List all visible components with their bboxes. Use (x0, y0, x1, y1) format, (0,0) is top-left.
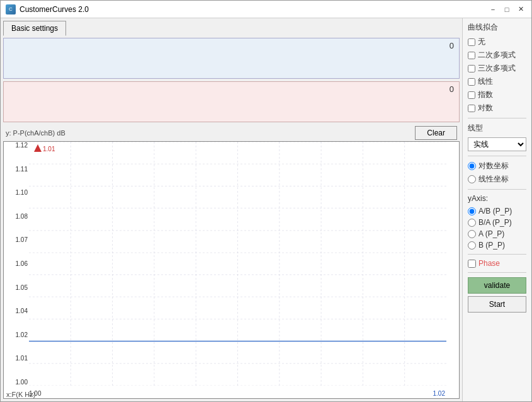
checkbox-cubic-label: 三次多项式 (478, 63, 516, 74)
y-label-10: 1.00 (16, 379, 28, 386)
y-label-6: 1.05 (16, 284, 28, 291)
y-label-0: 1.12 (16, 142, 28, 149)
radio-b-input[interactable] (468, 241, 476, 250)
tab-basic-settings[interactable]: Basic settings (3, 21, 66, 36)
checkbox-exp: 指数 (468, 89, 526, 100)
title-bar: C CustomerCurves 2.0 − □ ✕ (1, 1, 531, 18)
divider-4 (468, 254, 526, 255)
maximize-button[interactable]: □ (501, 4, 512, 14)
radio-a-input[interactable] (468, 230, 476, 238)
line-type-select[interactable]: 实线 虚线 点线 (468, 137, 526, 151)
radio-log-coord-label: 对数坐标 (478, 161, 509, 171)
checkbox-none: 无 (468, 37, 526, 47)
divider-3 (468, 189, 526, 190)
yaxis-title: yAxis: (468, 194, 526, 203)
main-panel: Basic settings 0 0 y: P-P(chA/chB) dB Cl… (1, 18, 462, 401)
minimize-button[interactable]: − (487, 4, 499, 14)
chart-svg: 1.01 (29, 142, 446, 386)
phase-checkbox: Phase (468, 259, 526, 268)
checkbox-quadratic-label: 二次多项式 (478, 50, 516, 60)
checkbox-exp-input[interactable] (468, 91, 475, 99)
chart-container: y: P-P(chA/chB) dB Clear 1.12 1.11 1.10 … (3, 125, 460, 399)
svg-text:1.01: 1.01 (43, 146, 55, 152)
radio-log-coord: 对数坐标 (468, 161, 526, 171)
y-label-2: 1.10 (16, 189, 28, 196)
content-area: Basic settings 0 0 y: P-P(chA/chB) dB Cl… (1, 18, 531, 401)
chart-inner: 1.01 (29, 142, 446, 386)
radio-ab: A/B (P_P) (468, 207, 526, 215)
radio-log-coord-input[interactable] (468, 162, 476, 170)
radio-ab-label: A/B (P_P) (478, 207, 512, 215)
y-axis-labels: 1.12 1.11 1.10 1.08 1.07 1.06 1.05 1.04 … (4, 142, 29, 386)
bottom-display: 0 (3, 81, 460, 122)
chart-header: y: P-P(chA/chB) dB Clear (3, 125, 460, 141)
tab-bar: Basic settings (3, 21, 460, 35)
radio-ab-input[interactable] (468, 207, 476, 215)
y-label-9: 1.01 (16, 355, 28, 362)
y-label-7: 1.04 (16, 307, 28, 314)
bottom-display-value: 0 (450, 84, 454, 94)
checkbox-quadratic-input[interactable] (468, 52, 475, 59)
y-label-8: 1.02 (16, 331, 28, 338)
checkbox-none-label: 无 (478, 37, 485, 47)
radio-linear-coord: 线性坐标 (468, 174, 526, 185)
chart-ylabel: y: P-P(chA/chB) dB (6, 129, 65, 137)
checkbox-linear-input[interactable] (468, 78, 475, 86)
right-panel: 曲线拟合 无 二次多项式 三次多项式 线性 指数 (462, 18, 531, 401)
divider-5 (468, 272, 526, 273)
y-label-3: 1.08 (16, 213, 28, 220)
checkbox-log: 对数 (468, 103, 526, 113)
y-label-1: 1.11 (16, 166, 28, 173)
checkbox-log-input[interactable] (468, 105, 475, 112)
top-marker (34, 144, 42, 152)
clear-button[interactable]: Clear (415, 126, 457, 140)
radio-ba-label: B/A (P_P) (478, 218, 512, 227)
checkbox-log-label: 对数 (478, 103, 493, 113)
close-button[interactable]: ✕ (515, 4, 526, 14)
radio-a: A (P_P) (468, 229, 526, 238)
start-button[interactable]: Start (468, 296, 526, 313)
y-label-4: 1.07 (16, 236, 28, 243)
radio-b: B (P_P) (468, 241, 526, 250)
checkbox-cubic-input[interactable] (468, 65, 475, 72)
radio-ba-input[interactable] (468, 219, 476, 227)
checkbox-none-input[interactable] (468, 38, 475, 46)
phase-label: Phase (478, 259, 500, 268)
line-type-title: 线型 (468, 123, 526, 134)
checkbox-exp-label: 指数 (478, 89, 493, 100)
app-icon: C (6, 4, 16, 14)
checkbox-linear: 线性 (468, 76, 526, 87)
main-window: C CustomerCurves 2.0 − □ ✕ Basic setting… (0, 0, 532, 402)
x-axis-label: x:F(K Hz) (6, 391, 35, 398)
chart-area: 1.12 1.11 1.10 1.08 1.07 1.06 1.05 1.04 … (3, 141, 460, 399)
checkbox-linear-label: 线性 (478, 76, 493, 87)
window-title: CustomerCurves 2.0 (20, 5, 89, 14)
radio-ba: B/A (P_P) (468, 218, 526, 227)
radio-linear-coord-label: 线性坐标 (478, 174, 509, 185)
radio-a-label: A (P_P) (478, 229, 504, 238)
curve-fit-title: 曲线拟合 (468, 22, 526, 33)
x-axis-val-right: 1.02 (433, 390, 445, 397)
phase-checkbox-input[interactable] (468, 260, 476, 268)
top-display: 0 (3, 38, 460, 79)
divider-1 (468, 118, 526, 118)
top-display-value: 0 (450, 41, 454, 50)
radio-linear-coord-input[interactable] (468, 175, 476, 183)
checkbox-cubic: 三次多项式 (468, 63, 526, 74)
checkbox-quadratic: 二次多项式 (468, 50, 526, 60)
radio-b-label: B (P_P) (478, 241, 505, 250)
divider-2 (468, 156, 526, 156)
y-label-5: 1.06 (16, 260, 28, 267)
window-controls: − □ ✕ (487, 4, 526, 14)
validate-button[interactable]: validate (468, 277, 526, 294)
